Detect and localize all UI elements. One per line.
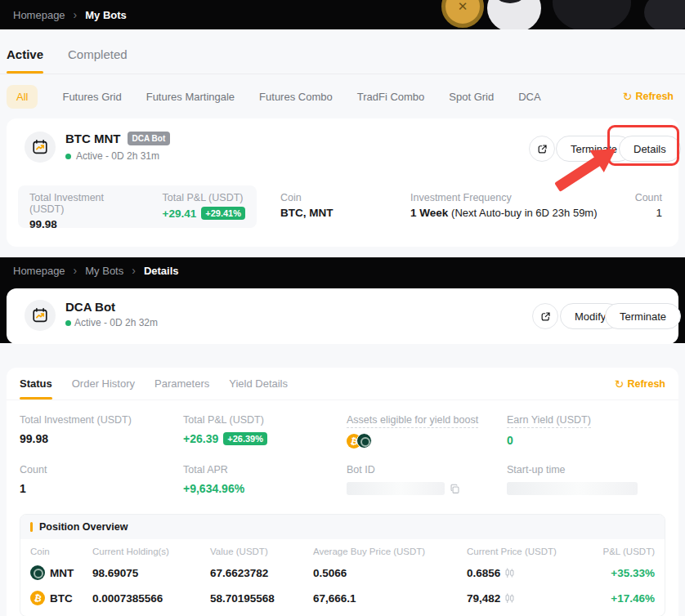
chevron-right-icon: ›	[74, 264, 78, 277]
col-avg-buy-price: Average Buy Price (USDT)	[313, 547, 467, 556]
tab-yield-details-label: Yield Details	[229, 377, 288, 390]
col-pnl: P&L (USDT)	[598, 547, 655, 556]
refresh-label: Refresh	[635, 91, 674, 102]
count-stat: Count 1	[20, 462, 183, 496]
tab-active[interactable]: Active	[7, 47, 43, 74]
chevron-right-icon: ›	[74, 8, 78, 21]
tab-parameters[interactable]: Parameters	[154, 368, 209, 400]
frequency-value: 1 Week	[410, 207, 448, 219]
bot-type-filters: All Futures Grid Futures Martingale Futu…	[0, 75, 685, 118]
filter-futures-combo[interactable]: Futures Combo	[259, 91, 333, 103]
total-pnl-label: Total P&L (USDT)	[163, 192, 245, 203]
details-tabs: Status Order History Parameters Yield De…	[7, 368, 678, 400]
breadcrumb-details: Details	[144, 265, 179, 277]
tab-active-label: Active	[7, 47, 43, 61]
total-pnl-percent-badge: +29.41%	[201, 207, 245, 220]
value-usdt: 58.70195568	[210, 592, 313, 605]
tab-parameters-label: Parameters	[154, 377, 209, 390]
refresh-icon: ↻	[615, 377, 625, 391]
top-banner: ✕ Homepage › My Bots	[0, 0, 685, 29]
yield-boost-stat: Assets eligible for yield boost ₿	[347, 412, 507, 449]
chevron-right-icon: ›	[132, 264, 136, 277]
bot-state-tabs: Active Completed	[0, 29, 685, 74]
filter-spot-grid[interactable]: Spot Grid	[449, 91, 494, 103]
mnt-coin-icon	[30, 565, 45, 580]
tab-order-history[interactable]: Order History	[72, 368, 135, 400]
bot-type-badge: DCA Bot	[128, 132, 171, 145]
total-investment-stat: Total Investment (USDT) 99.98	[29, 192, 132, 221]
filter-all[interactable]: All	[7, 85, 38, 109]
dca-bot-header-card: DCA Bot Active - 0D 2h 32m Modify Termin…	[7, 288, 678, 344]
tab-status-label: Status	[20, 377, 52, 390]
refresh-button[interactable]: ↻ Refresh	[615, 377, 665, 391]
position-overview-title: Position Overview	[39, 521, 128, 533]
btc-coin-icon: ₿	[30, 591, 45, 605]
total-pnl-value: +29.41	[163, 208, 197, 220]
coin-stat: Coin BTC, MNT	[280, 192, 334, 219]
share-button[interactable]	[529, 136, 555, 162]
bot-name: DCA Bot	[65, 300, 115, 314]
table-row-mnt: MNT 98.69075 67.6623782 0.5066 0.6856 +3…	[20, 556, 665, 582]
filter-futures-martingale[interactable]: Futures Martingale	[146, 91, 235, 103]
yield-boost-label: Assets eligible for yield boost	[347, 414, 478, 428]
current-price: 79,482	[467, 592, 500, 605]
coin-symbol: MNT	[50, 567, 74, 579]
status-dot	[65, 320, 71, 326]
frequency-note: (Next Auto-buy in 6D 23h 59m)	[451, 207, 597, 219]
my-bots-page: ✕ Homepage › My Bots Active Completed Al…	[0, 0, 685, 616]
total-pnl-percent-badge: +26.39%	[223, 432, 267, 445]
yield-boost-assets: ₿	[347, 433, 372, 449]
col-current-holdings: Current Holding(s)	[92, 547, 210, 556]
startup-time-stat: Start-up time	[507, 462, 665, 496]
tab-completed[interactable]: Completed	[68, 47, 128, 74]
filter-tradfi-combo[interactable]: TradFi Combo	[357, 91, 425, 103]
filter-futures-grid[interactable]: Futures Grid	[62, 91, 121, 103]
terminate-button[interactable]: Terminate	[605, 303, 681, 329]
tab-status[interactable]: Status	[20, 368, 52, 400]
breadcrumb: Homepage › My Bots	[0, 0, 685, 29]
count-label: Count	[20, 464, 47, 475]
earn-yield-label: Earn Yield (USDT)	[507, 414, 591, 428]
breadcrumb-homepage[interactable]: Homepage	[13, 265, 65, 277]
tab-order-history-label: Order History	[72, 377, 135, 390]
bot-card-stats: Total Investment (USDT) 99.98 Total P&L …	[7, 182, 678, 234]
filter-dca[interactable]: DCA	[518, 91, 540, 103]
mnt-coin-icon	[356, 433, 372, 449]
position-table-header: Coin Current Holding(s) Value (USDT) Ave…	[20, 539, 665, 556]
coin-label: Coin	[280, 192, 334, 203]
bot-id-stat: Bot ID	[347, 462, 507, 496]
investment-frequency-label: Investment Frequency	[410, 192, 598, 203]
details-button[interactable]: Details	[619, 136, 681, 162]
total-investment-label: Total Investment (USDT)	[29, 192, 132, 215]
count-stat: Count 1	[635, 192, 662, 219]
col-coin: Coin	[30, 547, 92, 556]
breadcrumb-homepage[interactable]: Homepage	[13, 9, 65, 21]
col-value: Value (USDT)	[210, 547, 313, 556]
position-overview-panel: Position Overview Coin Current Holding(s…	[20, 514, 665, 616]
holdings-value: 98.69075	[92, 567, 210, 579]
kline-chart-icon[interactable]	[504, 593, 515, 604]
tab-yield-details[interactable]: Yield Details	[229, 368, 288, 400]
breadcrumb: Homepage › My Bots › Details	[0, 257, 685, 283]
refresh-label: Refresh	[627, 378, 665, 390]
bot-name: BTC MNT	[65, 132, 121, 145]
copy-icon[interactable]	[450, 484, 460, 494]
share-button[interactable]	[532, 303, 558, 329]
active-tab-underline	[7, 71, 43, 74]
bot-card-header: BTC MNT DCA Bot Active - 0D 2h 31m	[25, 132, 170, 163]
bot-card-btc-mnt: BTC MNT DCA Bot Active - 0D 2h 31m Termi…	[7, 118, 678, 247]
investment-pnl-panel: Total Investment (USDT) 99.98 Total P&L …	[18, 185, 257, 228]
total-apr-value: +9,634.96%	[183, 481, 347, 496]
kline-chart-icon[interactable]	[504, 568, 515, 578]
refresh-button[interactable]: ↻ Refresh	[623, 90, 674, 103]
total-pnl-stat: Total P&L (USDT) +26.39 +26.39%	[183, 412, 347, 449]
bot-card-header: DCA Bot Active - 0D 2h 32m	[25, 300, 158, 331]
value-usdt: 67.6623782	[210, 567, 313, 579]
refresh-icon: ↻	[623, 90, 633, 103]
total-pnl-stat: Total P&L (USDT) +29.41 +29.41%	[163, 192, 245, 221]
total-pnl-value: +26.39	[183, 432, 218, 445]
section-accent-bar	[30, 522, 33, 532]
total-pnl-label: Total P&L (USDT)	[183, 414, 264, 426]
breadcrumb-my-bots[interactable]: My Bots	[85, 265, 123, 277]
total-investment-value: 99.98	[29, 218, 132, 230]
